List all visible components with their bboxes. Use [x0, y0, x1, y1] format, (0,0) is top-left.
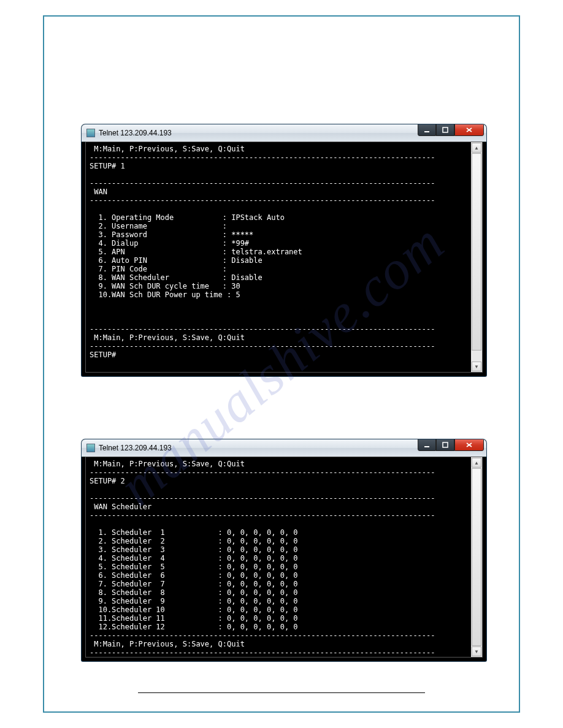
terminal-content-2[interactable]: M:Main, P:Previous, S:Save, Q:Quit -----…: [86, 457, 471, 657]
menu-item: 2. Scheduler 2 : 0, 0, 0, 0, 0, 0: [90, 537, 298, 545]
hint-line: M:Main, P:Previous, S:Save, Q:Quit: [90, 640, 245, 648]
section-title: WAN: [90, 188, 107, 196]
titlebar-1[interactable]: Telnet 123.209.44.193: [82, 124, 486, 142]
terminal-body-1: M:Main, P:Previous, S:Save, Q:Quit -----…: [85, 142, 483, 373]
menu-item: 3. Password : *****: [90, 230, 253, 239]
svg-rect-0: [424, 131, 429, 132]
close-button[interactable]: [454, 124, 484, 136]
hint-line: M:Main, P:Previous, S:Save, Q:Quit: [90, 145, 245, 153]
menu-item: 8. WAN Scheduler : Disable: [90, 273, 262, 282]
terminal-content-1[interactable]: M:Main, P:Previous, S:Save, Q:Quit -----…: [86, 142, 471, 372]
rule: ----------------------------------------…: [90, 196, 435, 205]
menu-item: 7. PIN Code :: [90, 265, 227, 273]
hint-line: M:Main, P:Previous, S:Save, Q:Quit: [90, 333, 245, 342]
menu-item: 5. APN : telstra.extranet: [90, 248, 302, 256]
menu-item: 4. Dialup : *99#: [90, 239, 249, 248]
rule: ----------------------------------------…: [90, 153, 435, 162]
rule: ----------------------------------------…: [90, 648, 435, 657]
rule: ----------------------------------------…: [90, 468, 435, 477]
menu-item: 4. Scheduler 4 : 0, 0, 0, 0, 0, 0: [90, 554, 298, 563]
menu-item: 10.Scheduler 10 : 0, 0, 0, 0, 0, 0: [90, 605, 298, 614]
menu-item: 9. Scheduler 9 : 0, 0, 0, 0, 0, 0: [90, 597, 298, 605]
rule: ----------------------------------------…: [90, 179, 435, 188]
minimize-button[interactable]: [418, 439, 436, 451]
maximize-button[interactable]: [436, 124, 454, 136]
section-title: WAN Scheduler: [90, 502, 151, 511]
scroll-down-button[interactable]: ▼: [472, 362, 481, 371]
scroll-up-button[interactable]: ▲: [472, 143, 481, 153]
prompt: SETUP# 1: [90, 162, 125, 170]
rule: ----------------------------------------…: [90, 494, 435, 502]
menu-item: 8. Scheduler 8 : 0, 0, 0, 0, 0, 0: [90, 588, 298, 597]
window-controls-1: [418, 124, 484, 136]
menu-item: 1. Scheduler 1 : 0, 0, 0, 0, 0, 0: [90, 528, 298, 537]
close-button[interactable]: [454, 439, 484, 451]
menu-item: 3. Scheduler 3 : 0, 0, 0, 0, 0, 0: [90, 545, 298, 554]
menu-item: 6. Scheduler 6 : 0, 0, 0, 0, 0, 0: [90, 571, 298, 580]
menu-item: 10.WAN Sch DUR Power up time : 5: [90, 290, 240, 299]
scroll-up-button[interactable]: ▲: [472, 458, 481, 468]
menu-item: 1. Operating Mode : IPStack Auto: [90, 213, 285, 222]
svg-rect-4: [424, 446, 429, 447]
scroll-down-button[interactable]: ▼: [472, 646, 481, 656]
svg-rect-5: [443, 442, 448, 447]
rule: ----------------------------------------…: [90, 325, 435, 333]
telnet-window-2: Telnet 123.209.44.193 M:Main, P:Previous…: [82, 439, 486, 661]
rule: ----------------------------------------…: [90, 631, 435, 640]
telnet-window-1: Telnet 123.209.44.193 M:Main, P:Previous…: [82, 124, 486, 376]
app-icon: [86, 129, 95, 137]
menu-item: 9. WAN Sch DUR cycle time : 30: [90, 282, 240, 290]
scroll-thumb[interactable]: [472, 153, 481, 351]
menu-item: 12.Scheduler 12 : 0, 0, 0, 0, 0, 0: [90, 623, 298, 631]
menu-item: 11.Scheduler 11 : 0, 0, 0, 0, 0, 0: [90, 614, 298, 623]
minimize-button[interactable]: [418, 124, 436, 136]
terminal-body-2: M:Main, P:Previous, S:Save, Q:Quit -----…: [85, 457, 483, 658]
rule: ----------------------------------------…: [90, 342, 435, 351]
menu-item: 6. Auto PIN : Disable: [90, 256, 262, 265]
titlebar-2[interactable]: Telnet 123.209.44.193: [82, 439, 486, 457]
scrollbar-1[interactable]: ▲ ▼: [471, 142, 482, 372]
scroll-thumb[interactable]: [472, 468, 481, 646]
app-icon: [86, 444, 95, 452]
prompt: SETUP#: [90, 351, 116, 359]
menu-item: 5. Scheduler 5 : 0, 0, 0, 0, 0, 0: [90, 563, 298, 571]
svg-rect-1: [443, 127, 448, 132]
window-title-1: Telnet 123.209.44.193: [99, 129, 172, 137]
hint-line: M:Main, P:Previous, S:Save, Q:Quit: [90, 460, 245, 468]
footer-rule: [138, 692, 425, 693]
prompt: SETUP# 2: [90, 477, 125, 485]
menu-item: 7. Scheduler 7 : 0, 0, 0, 0, 0, 0: [90, 580, 298, 588]
rule: ----------------------------------------…: [90, 511, 435, 520]
menu-item: 2. Username :: [90, 222, 227, 230]
document-page: manualshive.com Telnet 123.209.44.193 M:…: [0, 0, 563, 728]
window-controls-2: [418, 439, 484, 451]
maximize-button[interactable]: [436, 439, 454, 451]
scrollbar-2[interactable]: ▲ ▼: [471, 457, 482, 657]
window-title-2: Telnet 123.209.44.193: [99, 444, 172, 452]
